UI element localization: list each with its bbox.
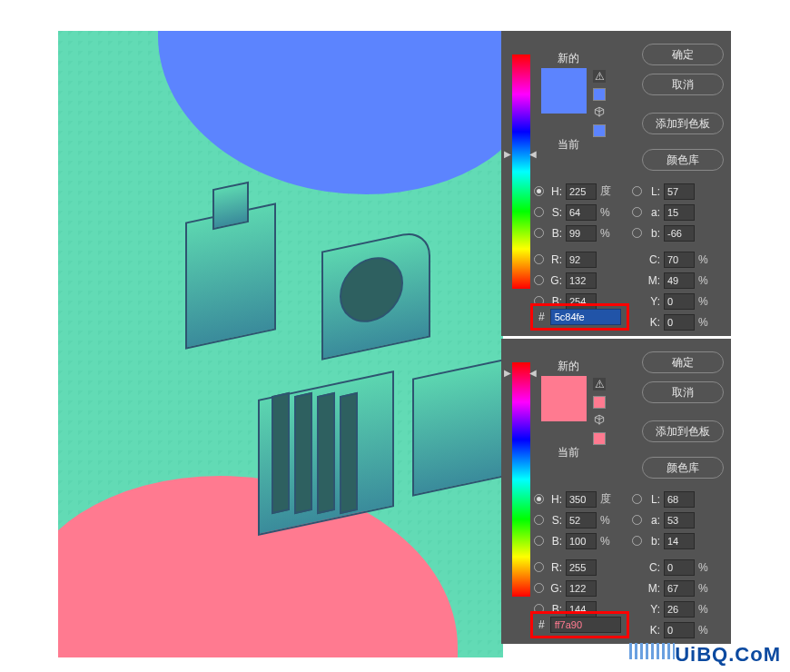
k-input[interactable]: [664, 314, 695, 331]
hue-pointer[interactable]: ▶◀: [504, 149, 537, 159]
g-input[interactable]: [566, 580, 597, 597]
c-input[interactable]: [664, 252, 695, 268]
radio-a[interactable]: [632, 515, 642, 525]
l-input[interactable]: [664, 491, 695, 508]
radio-h[interactable]: [534, 494, 544, 504]
radio-g[interactable]: [534, 583, 544, 593]
c-input[interactable]: [664, 559, 695, 576]
radio-r[interactable]: [534, 562, 544, 572]
r-input[interactable]: [566, 252, 597, 268]
websafe-swatch-icon[interactable]: [593, 88, 606, 101]
radio-h[interactable]: [534, 186, 544, 196]
m-input[interactable]: [664, 580, 695, 597]
hex-field-highlight: #: [530, 303, 629, 331]
websafe-swatch-icon[interactable]: [593, 396, 606, 409]
isometric-3d-text: [158, 212, 503, 512]
radio-lab-b[interactable]: [632, 228, 642, 238]
warning-icon[interactable]: ⚠: [593, 70, 606, 83]
cancel-button[interactable]: 取消: [642, 74, 724, 95]
color-libraries-button[interactable]: 颜色库: [642, 457, 724, 479]
add-to-swatches-button[interactable]: 添加到色板: [642, 113, 724, 134]
radio-l[interactable]: [632, 494, 642, 504]
k-input[interactable]: [664, 622, 695, 638]
b-hsb-input[interactable]: [566, 225, 597, 242]
hex-field-highlight: #: [530, 611, 629, 638]
radio-b[interactable]: [534, 228, 544, 238]
radio-g[interactable]: [534, 275, 544, 285]
a-input[interactable]: [664, 512, 695, 529]
hex-input[interactable]: [550, 309, 621, 325]
radio-l[interactable]: [632, 186, 642, 196]
ok-button[interactable]: 确定: [642, 44, 724, 65]
radio-s[interactable]: [534, 207, 544, 217]
y-input[interactable]: [664, 293, 695, 310]
radio-r[interactable]: [534, 254, 544, 264]
hex-label: #: [538, 311, 545, 323]
watermark: UiBQ.CoM: [638, 643, 781, 667]
y-input[interactable]: [664, 601, 695, 618]
color-libraries-button[interactable]: 颜色库: [642, 149, 724, 171]
h-input[interactable]: [566, 183, 597, 200]
new-color-swatch: [541, 68, 587, 114]
new-color-label: 新的: [558, 359, 606, 374]
ok-button[interactable]: 确定: [642, 351, 724, 373]
r-input[interactable]: [566, 559, 597, 576]
hue-slider[interactable]: [512, 362, 530, 597]
current-color-label: 当前: [558, 445, 606, 460]
h-input[interactable]: [566, 491, 597, 508]
blue-wave-shape: [158, 31, 503, 194]
hue-pointer[interactable]: ▶◀: [504, 368, 537, 378]
add-to-swatches-button[interactable]: 添加到色板: [642, 420, 724, 442]
color-preview: 新的 ⚠ 当前: [541, 51, 606, 154]
color-picker-panel-blue: ▶◀ 新的 ⚠ 当前 确定 取消 添加到色板 颜色库 H:度 S:% B:% L…: [501, 31, 731, 336]
cube-icon[interactable]: [593, 106, 606, 119]
radio-lab-b[interactable]: [632, 536, 642, 546]
hex-label: #: [538, 618, 545, 631]
new-color-label: 新的: [558, 51, 606, 66]
g-input[interactable]: [566, 272, 597, 289]
a-input[interactable]: [664, 204, 695, 221]
m-input[interactable]: [664, 272, 695, 289]
warning-icon[interactable]: ⚠: [593, 378, 606, 390]
current-swatch-icon[interactable]: [593, 124, 606, 137]
s-input[interactable]: [566, 204, 597, 221]
hue-slider[interactable]: [512, 54, 530, 289]
radio-a[interactable]: [632, 207, 642, 217]
hex-input[interactable]: [550, 617, 621, 633]
l-input[interactable]: [664, 183, 695, 200]
artwork-canvas: [58, 31, 503, 657]
s-input[interactable]: [566, 512, 597, 529]
lab-b-input[interactable]: [664, 225, 695, 242]
color-preview: 新的 ⚠ 当前: [541, 359, 606, 462]
cube-icon[interactable]: [593, 414, 606, 427]
radio-s[interactable]: [534, 515, 544, 525]
new-color-swatch: [541, 376, 587, 421]
lab-b-input[interactable]: [664, 533, 695, 549]
radio-b[interactable]: [534, 536, 544, 546]
cancel-button[interactable]: 取消: [642, 381, 724, 403]
color-picker-panel-pink: ▶◀ 新的 ⚠ 当前 确定 取消 添加到色板 颜色库 H:度 S:% B:% L…: [501, 339, 731, 644]
current-swatch-icon[interactable]: [593, 432, 606, 445]
current-color-label: 当前: [558, 137, 606, 153]
b-hsb-input[interactable]: [566, 533, 597, 549]
